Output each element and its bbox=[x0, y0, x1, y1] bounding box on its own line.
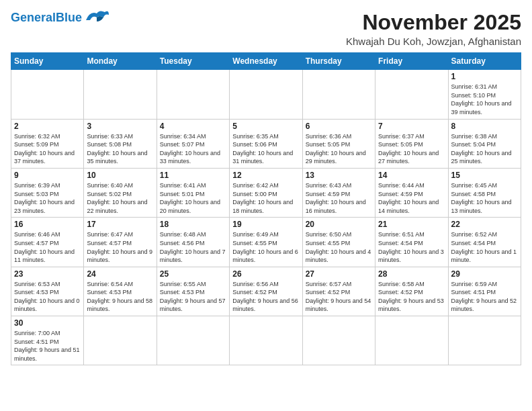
day-number: 5 bbox=[232, 122, 299, 131]
calendar-cell: 14Sunrise: 6:44 AM Sunset: 4:59 PM Dayli… bbox=[375, 168, 448, 217]
day-number: 30 bbox=[14, 318, 81, 328]
cell-info: Sunrise: 6:46 AM Sunset: 4:57 PM Dayligh… bbox=[14, 230, 81, 264]
cell-info: Sunrise: 7:00 AM Sunset: 4:51 PM Dayligh… bbox=[14, 329, 81, 363]
calendar-cell: 18Sunrise: 6:48 AM Sunset: 4:56 PM Dayli… bbox=[157, 218, 229, 267]
calendar-table: SundayMondayTuesdayWednesdayThursdayFrid… bbox=[11, 52, 521, 365]
cell-info: Sunrise: 6:40 AM Sunset: 5:02 PM Dayligh… bbox=[87, 181, 153, 215]
cell-info: Sunrise: 6:37 AM Sunset: 5:05 PM Dayligh… bbox=[378, 132, 445, 166]
day-number: 18 bbox=[160, 220, 226, 229]
cell-info: Sunrise: 6:33 AM Sunset: 5:08 PM Dayligh… bbox=[87, 132, 153, 166]
calendar-cell: 3Sunrise: 6:33 AM Sunset: 5:08 PM Daylig… bbox=[84, 119, 157, 168]
day-number: 27 bbox=[306, 269, 372, 279]
day-number: 9 bbox=[14, 171, 81, 180]
day-number: 3 bbox=[87, 122, 153, 131]
cell-info: Sunrise: 6:44 AM Sunset: 4:59 PM Dayligh… bbox=[378, 181, 445, 215]
day-number: 12 bbox=[232, 171, 299, 180]
day-number: 22 bbox=[451, 220, 518, 229]
day-number: 29 bbox=[451, 269, 518, 279]
day-number: 4 bbox=[160, 122, 226, 131]
calendar-cell: 19Sunrise: 6:49 AM Sunset: 4:55 PM Dayli… bbox=[230, 218, 302, 267]
day-header-thursday: Thursday bbox=[302, 53, 375, 70]
month-title: November 2025 bbox=[346, 11, 521, 34]
day-number: 17 bbox=[87, 220, 153, 229]
cell-info: Sunrise: 6:51 AM Sunset: 4:54 PM Dayligh… bbox=[378, 230, 445, 264]
day-number: 14 bbox=[378, 171, 445, 180]
calendar-cell: 22Sunrise: 6:52 AM Sunset: 4:54 PM Dayli… bbox=[448, 218, 521, 267]
calendar-cell: 11Sunrise: 6:41 AM Sunset: 5:01 PM Dayli… bbox=[157, 168, 229, 217]
calendar-cell: 12Sunrise: 6:42 AM Sunset: 5:00 PM Dayli… bbox=[230, 168, 302, 217]
day-number: 28 bbox=[378, 269, 445, 279]
calendar-week-row: 23Sunrise: 6:53 AM Sunset: 4:53 PM Dayli… bbox=[11, 267, 521, 316]
day-header-monday: Monday bbox=[84, 53, 157, 70]
calendar-week-row: 9Sunrise: 6:39 AM Sunset: 5:03 PM Daylig… bbox=[11, 168, 521, 217]
calendar-cell: 16Sunrise: 6:46 AM Sunset: 4:57 PM Dayli… bbox=[11, 218, 84, 267]
calendar-cell: 21Sunrise: 6:51 AM Sunset: 4:54 PM Dayli… bbox=[375, 218, 448, 267]
calendar-cell: 23Sunrise: 6:53 AM Sunset: 4:53 PM Dayli… bbox=[11, 267, 84, 316]
cell-info: Sunrise: 6:36 AM Sunset: 5:05 PM Dayligh… bbox=[306, 132, 372, 166]
calendar-header-row: SundayMondayTuesdayWednesdayThursdayFrid… bbox=[11, 53, 521, 70]
day-header-friday: Friday bbox=[375, 53, 448, 70]
calendar-cell: 15Sunrise: 6:45 AM Sunset: 4:58 PM Dayli… bbox=[448, 168, 521, 217]
cell-info: Sunrise: 6:58 AM Sunset: 4:52 PM Dayligh… bbox=[378, 280, 445, 314]
logo-general: General bbox=[11, 11, 56, 24]
cell-info: Sunrise: 6:39 AM Sunset: 5:03 PM Dayligh… bbox=[14, 181, 81, 215]
calendar-cell: 5Sunrise: 6:35 AM Sunset: 5:06 PM Daylig… bbox=[230, 119, 302, 168]
calendar-cell bbox=[84, 70, 157, 119]
page-header: GeneralBlue November 2025 Khwajah Du Koh… bbox=[11, 11, 521, 47]
cell-info: Sunrise: 6:43 AM Sunset: 4:59 PM Dayligh… bbox=[306, 181, 372, 215]
calendar-cell: 8Sunrise: 6:38 AM Sunset: 5:04 PM Daylig… bbox=[448, 119, 521, 168]
cell-info: Sunrise: 6:55 AM Sunset: 4:53 PM Dayligh… bbox=[160, 280, 226, 314]
calendar-cell: 4Sunrise: 6:34 AM Sunset: 5:07 PM Daylig… bbox=[157, 119, 229, 168]
location-title: Khwajah Du Koh, Jowzjan, Afghanistan bbox=[346, 36, 521, 47]
calendar-cell: 26Sunrise: 6:56 AM Sunset: 4:52 PM Dayli… bbox=[230, 267, 302, 316]
day-header-wednesday: Wednesday bbox=[230, 53, 302, 70]
cell-info: Sunrise: 6:59 AM Sunset: 4:51 PM Dayligh… bbox=[451, 280, 518, 314]
day-header-saturday: Saturday bbox=[448, 53, 521, 70]
title-area: November 2025 Khwajah Du Koh, Jowzjan, A… bbox=[346, 11, 521, 47]
calendar-cell: 29Sunrise: 6:59 AM Sunset: 4:51 PM Dayli… bbox=[448, 267, 521, 316]
calendar-cell bbox=[157, 316, 229, 365]
cell-info: Sunrise: 6:52 AM Sunset: 4:54 PM Dayligh… bbox=[451, 230, 518, 264]
day-number: 11 bbox=[160, 171, 226, 180]
cell-info: Sunrise: 6:35 AM Sunset: 5:06 PM Dayligh… bbox=[232, 132, 299, 166]
calendar-cell: 2Sunrise: 6:32 AM Sunset: 5:09 PM Daylig… bbox=[11, 119, 84, 168]
cell-info: Sunrise: 6:53 AM Sunset: 4:53 PM Dayligh… bbox=[14, 280, 81, 314]
calendar-cell: 20Sunrise: 6:50 AM Sunset: 4:55 PM Dayli… bbox=[302, 218, 375, 267]
logo-text: GeneralBlue bbox=[11, 11, 82, 25]
calendar-week-row: 1Sunrise: 6:31 AM Sunset: 5:10 PM Daylig… bbox=[11, 70, 521, 119]
day-number: 26 bbox=[232, 269, 299, 279]
calendar-cell: 9Sunrise: 6:39 AM Sunset: 5:03 PM Daylig… bbox=[11, 168, 84, 217]
day-number: 23 bbox=[14, 269, 81, 279]
logo: GeneralBlue bbox=[11, 11, 110, 26]
calendar-week-row: 30Sunrise: 7:00 AM Sunset: 4:51 PM Dayli… bbox=[11, 316, 521, 365]
day-number: 8 bbox=[451, 122, 518, 131]
calendar-cell: 7Sunrise: 6:37 AM Sunset: 5:05 PM Daylig… bbox=[375, 119, 448, 168]
cell-info: Sunrise: 6:31 AM Sunset: 5:10 PM Dayligh… bbox=[451, 83, 518, 116]
cell-info: Sunrise: 6:42 AM Sunset: 5:00 PM Dayligh… bbox=[232, 181, 299, 215]
day-number: 21 bbox=[378, 220, 445, 229]
cell-info: Sunrise: 6:48 AM Sunset: 4:56 PM Dayligh… bbox=[160, 230, 226, 264]
calendar-week-row: 16Sunrise: 6:46 AM Sunset: 4:57 PM Dayli… bbox=[11, 218, 521, 267]
calendar-cell: 1Sunrise: 6:31 AM Sunset: 5:10 PM Daylig… bbox=[448, 70, 521, 119]
day-header-sunday: Sunday bbox=[11, 53, 84, 70]
calendar-cell bbox=[375, 316, 448, 365]
calendar-cell bbox=[448, 316, 521, 365]
calendar-cell: 30Sunrise: 7:00 AM Sunset: 4:51 PM Dayli… bbox=[11, 316, 84, 365]
day-number: 20 bbox=[306, 220, 372, 229]
day-number: 16 bbox=[14, 220, 81, 229]
calendar-cell: 10Sunrise: 6:40 AM Sunset: 5:02 PM Dayli… bbox=[84, 168, 157, 217]
calendar-cell: 17Sunrise: 6:47 AM Sunset: 4:57 PM Dayli… bbox=[84, 218, 157, 267]
cell-info: Sunrise: 6:54 AM Sunset: 4:53 PM Dayligh… bbox=[87, 280, 153, 314]
calendar-cell bbox=[230, 70, 302, 119]
calendar-cell bbox=[157, 70, 229, 119]
cell-info: Sunrise: 6:34 AM Sunset: 5:07 PM Dayligh… bbox=[160, 132, 226, 166]
cell-info: Sunrise: 6:38 AM Sunset: 5:04 PM Dayligh… bbox=[451, 132, 518, 166]
calendar-cell bbox=[11, 70, 84, 119]
day-number: 2 bbox=[14, 122, 81, 131]
calendar-cell: 25Sunrise: 6:55 AM Sunset: 4:53 PM Dayli… bbox=[157, 267, 229, 316]
calendar-cell bbox=[302, 316, 375, 365]
cell-info: Sunrise: 6:49 AM Sunset: 4:55 PM Dayligh… bbox=[232, 230, 299, 264]
calendar-cell: 24Sunrise: 6:54 AM Sunset: 4:53 PM Dayli… bbox=[84, 267, 157, 316]
calendar-cell bbox=[375, 70, 448, 119]
calendar-cell: 28Sunrise: 6:58 AM Sunset: 4:52 PM Dayli… bbox=[375, 267, 448, 316]
